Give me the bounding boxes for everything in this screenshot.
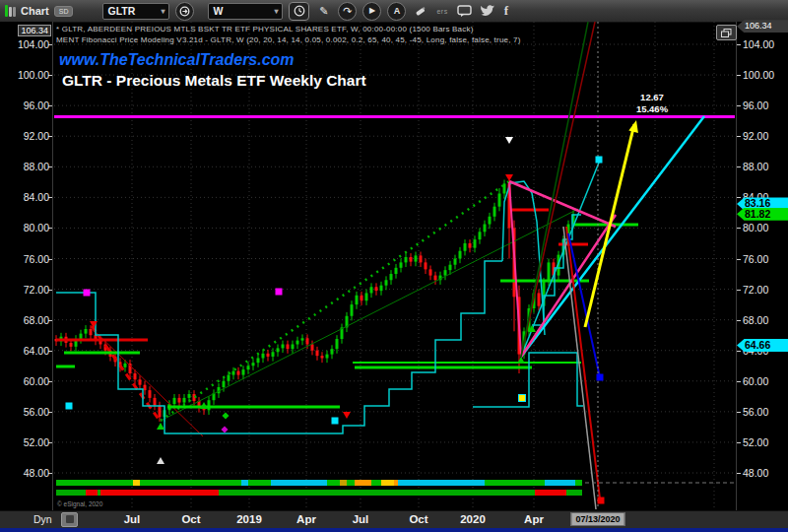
eraser-button[interactable] [412,3,428,20]
candlestick [370,287,373,293]
window-title: Chart [21,5,49,17]
signal-square-marker [596,157,603,164]
indicator-strip-segment [398,480,485,486]
y-tick-label: 96.00 [24,100,49,111]
y-tick-mark [737,259,741,260]
y-tick-mark [737,351,741,352]
candlestick [503,183,506,193]
twitter-icon [481,5,495,17]
y-tick-mark [737,197,741,198]
indicator-strip-segment [56,480,133,486]
dyn-icon[interactable] [61,512,78,527]
x-axis-label: Oct [181,513,200,525]
maximize-icon[interactable] [716,25,737,40]
twitter-button[interactable] [481,5,495,17]
indicator-strip-segment [241,480,248,486]
candlestick [252,363,255,366]
candlestick [282,345,285,349]
candlestick [326,355,329,359]
triangle-down-marker [343,412,351,419]
chat-icon [457,5,472,18]
candlestick [223,381,226,387]
candlestick [311,345,314,351]
chevron-down-icon[interactable]: ▾ [274,7,278,16]
indicator-strip-segment [347,480,355,486]
triangle-up-marker [157,457,164,464]
chat-button[interactable] [457,5,472,18]
candlestick [361,296,363,300]
candlestick [410,257,413,262]
auto-trade-button[interactable]: A [387,2,406,21]
indicator-strip-segment [381,480,394,486]
y-tick-mark [737,136,741,137]
y-tick-label: 100.00 [18,69,49,81]
y-tick-mark [737,75,741,76]
draw-tool-button[interactable]: ✎ [315,3,332,20]
y-tick-label: 56.00 [24,406,49,418]
interval-input[interactable]: W ▾ [208,3,283,20]
y-tick-label: 56.00 [743,406,768,418]
price-axis-right[interactable]: 104.00100.0096.0092.0088.0084.0080.0076.… [736,22,788,510]
y-tick-label: 80.00 [24,222,49,233]
facebook-icon: f [504,3,508,19]
signal-square-marker [598,498,605,504]
candlestick [301,338,304,340]
candlestick [149,390,152,398]
candlestick [493,207,496,217]
candlestick [262,354,265,359]
y-tick-label: 68.00 [743,314,768,326]
candlestick [316,351,319,356]
annotation-line [161,181,509,421]
candlestick [292,345,295,350]
y-tick-label: 100.00 [743,69,774,81]
candlestick [444,270,447,275]
candlestick [548,262,551,281]
symbol-lookup-icon [179,6,190,17]
candlestick [405,257,408,262]
time-axis[interactable]: Dyn 07/13/2020 JulOct2019AprJulOct2020Ap… [0,510,788,529]
indicator-strip-segment [140,480,241,486]
candlestick [469,243,472,248]
candlestick [277,348,280,352]
candlestick [139,379,142,384]
candlestick [390,274,393,280]
clock-icon [294,5,305,17]
chart-toolbar: Chart SD GLTR ▾ W ▾ ✎ ↷ ▶ A [0,0,788,23]
candlestick [237,371,240,375]
facebook-button[interactable]: f [504,3,508,19]
symbol-lookup-button[interactable] [175,2,194,21]
y-tick-label: 76.00 [24,253,49,265]
indicator-strip-segment [219,490,535,496]
symbol-input[interactable]: GLTR ▾ [102,3,169,20]
candlestick [144,385,147,390]
x-axis-label: Jul [124,513,141,525]
candlestick [134,373,137,379]
candlestick [429,269,432,275]
candlestick [85,329,88,334]
triangle-down-marker [505,137,513,144]
triangle-up-marker [157,423,164,430]
time-template-button[interactable] [289,2,309,21]
eraser-icon [414,5,427,18]
indicator-strip-segment [98,490,100,496]
candlestick [178,398,181,403]
candlestick [385,280,388,285]
signal-diamond-marker [222,412,229,419]
redo-tool-button[interactable]: ↷ [338,2,357,21]
chevron-down-icon[interactable]: ▾ [161,7,164,16]
price-flag: 81.82 [737,208,788,221]
y-tick-label: 72.00 [24,284,49,296]
candlestick [296,341,299,345]
annotation-line [92,328,203,436]
y-tick-label: 84.00 [24,191,49,203]
candlestick [188,394,191,398]
candlestick [351,304,354,316]
indicator-strip-segment [566,490,582,496]
replay-button[interactable]: ▶ [362,2,381,21]
indicator-strip-segment [86,490,98,496]
candlestick [484,225,487,233]
price-axis-left[interactable]: 106.34 104.00100.0096.0092.0088.0084.008… [0,22,53,510]
candlestick [232,371,235,375]
candlestick [356,296,359,304]
candlestick [124,364,127,367]
